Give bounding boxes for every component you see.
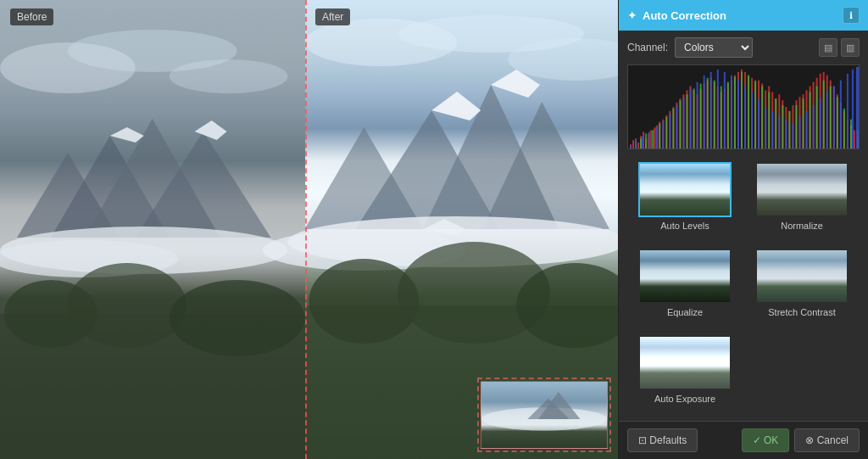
svg-rect-169 [820, 98, 821, 148]
svg-rect-168 [813, 105, 815, 148]
svg-rect-125 [754, 81, 756, 148]
preset-label-normalize: Normalize [781, 221, 823, 231]
channel-label: Channel: [627, 42, 668, 53]
svg-rect-157 [737, 81, 739, 148]
preset-label-auto-levels: Auto Levels [660, 221, 709, 231]
bottom-bar: ⊡ Defaults ✓ OK ⊗ Cancel [619, 421, 868, 459]
svg-rect-104 [854, 130, 855, 148]
svg-rect-166 [798, 117, 800, 148]
preset-auto-exposure[interactable]: Auto Exposure [627, 333, 743, 417]
before-image [0, 0, 305, 459]
thumbnail-preview [481, 381, 608, 449]
svg-rect-150 [690, 88, 692, 148]
svg-rect-132 [803, 98, 804, 148]
split-divider[interactable] [305, 0, 307, 459]
preset-label-stretch-contrast: Stretch Contrast [768, 307, 835, 317]
svg-rect-139 [850, 120, 852, 148]
svg-rect-151 [697, 82, 698, 148]
svg-rect-114 [679, 100, 681, 148]
svg-rect-159 [751, 92, 753, 148]
svg-rect-45 [654, 128, 655, 149]
svg-rect-158 [744, 87, 746, 149]
svg-rect-138 [843, 109, 845, 148]
channel-select[interactable]: Colors Red Green Blue Luminosity [675, 37, 753, 58]
svg-rect-172 [840, 81, 842, 148]
info-button[interactable]: ℹ [843, 7, 860, 24]
svg-rect-163 [778, 115, 780, 148]
svg-rect-149 [682, 97, 684, 148]
preset-thumb-normalize [755, 162, 849, 217]
ok-button[interactable]: ✓ OK [742, 428, 790, 452]
preset-auto-levels[interactable]: Auto Levels [627, 160, 743, 244]
svg-rect-37 [632, 140, 634, 148]
svg-rect-161 [765, 107, 766, 148]
svg-rect-175 [856, 67, 859, 148]
svg-rect-39 [637, 143, 639, 148]
svg-rect-108 [640, 138, 642, 148]
svg-rect-143 [642, 136, 643, 148]
after-label: After [315, 8, 350, 25]
svg-rect-152 [704, 76, 705, 148]
svg-rect-127 [768, 92, 770, 148]
svg-rect-126 [761, 87, 763, 149]
svg-rect-171 [833, 87, 835, 149]
svg-rect-130 [788, 111, 790, 148]
histogram-chart [628, 65, 859, 148]
svg-rect-156 [731, 76, 732, 148]
svg-rect-111 [659, 124, 660, 148]
svg-rect-44 [650, 130, 652, 148]
histogram-linear-btn[interactable]: ▤ [819, 38, 837, 57]
svg-rect-153 [710, 72, 712, 148]
svg-rect-160 [758, 98, 760, 148]
svg-rect-118 [707, 78, 709, 148]
svg-rect-113 [672, 109, 674, 148]
svg-rect-174 [852, 70, 854, 148]
preset-thumb-stretch-contrast [755, 249, 849, 304]
svg-rect-133 [810, 92, 811, 148]
preset-normalize[interactable]: Normalize [744, 160, 860, 244]
channel-row: Channel: Colors Red Green Blue Luminosit… [619, 31, 868, 64]
svg-rect-117 [700, 84, 702, 148]
svg-rect-110 [652, 130, 654, 148]
svg-rect-131 [795, 105, 797, 148]
svg-rect-116 [693, 88, 695, 148]
preset-label-equalize: Equalize [667, 307, 703, 317]
wand-icon: ✦ [627, 8, 637, 22]
svg-rect-135 [823, 81, 825, 148]
preset-stretch-contrast[interactable]: Stretch Contrast [744, 246, 860, 331]
svg-rect-154 [717, 70, 719, 148]
presets-grid: Auto Levels Normalize Equalize Stretch C… [619, 156, 868, 421]
svg-rect-120 [721, 87, 722, 149]
svg-rect-123 [741, 72, 743, 148]
cancel-button[interactable]: ⊗ Cancel [794, 428, 860, 452]
svg-rect-124 [748, 76, 749, 148]
svg-rect-115 [687, 94, 688, 148]
svg-rect-173 [847, 74, 849, 148]
svg-rect-165 [792, 124, 793, 148]
histogram-container [627, 64, 860, 149]
preset-thumb-equalize [638, 249, 732, 304]
svg-rect-137 [837, 97, 838, 148]
svg-rect-170 [826, 92, 828, 148]
svg-rect-162 [771, 111, 773, 148]
svg-rect-155 [724, 72, 726, 148]
svg-rect-167 [806, 111, 808, 148]
svg-rect-141 [630, 145, 632, 148]
image-comparison-panel[interactable]: Before After [0, 0, 618, 459]
preset-thumb-auto-levels [638, 162, 732, 217]
svg-rect-164 [785, 120, 787, 148]
preset-thumb-auto-exposure [638, 335, 732, 390]
svg-rect-146 [662, 121, 664, 148]
preset-equalize[interactable]: Equalize [627, 246, 743, 331]
before-label: Before [10, 8, 53, 25]
svg-rect-109 [645, 133, 647, 148]
svg-rect-121 [727, 82, 729, 148]
preset-label-auto-exposure: Auto Exposure [654, 394, 715, 404]
svg-rect-145 [655, 127, 657, 148]
defaults-button[interactable]: ⊡ Defaults [627, 428, 698, 452]
right-panel: ✦ Auto Correction ℹ Channel: Colors Red … [618, 0, 868, 459]
histogram-log-btn[interactable]: ▥ [841, 38, 860, 57]
svg-rect-147 [669, 114, 670, 148]
panel-title: Auto Correction [643, 9, 726, 22]
svg-rect-119 [714, 81, 715, 148]
